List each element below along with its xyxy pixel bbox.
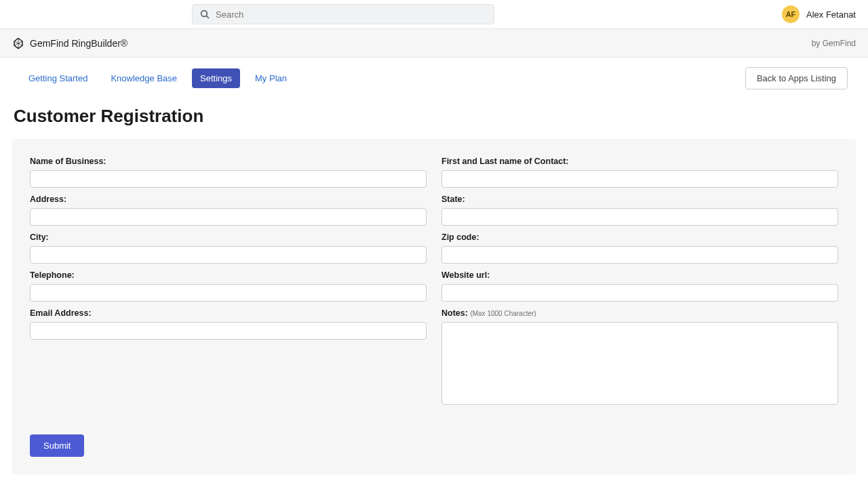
back-to-apps-button[interactable]: Back to Apps Listing (745, 67, 848, 89)
search-icon (199, 9, 210, 20)
search-input[interactable] (216, 9, 487, 20)
form-panel: Name of Business: Address: City: Telepho… (12, 139, 856, 474)
nav-row: Getting Started Knowledge Base Settings … (0, 58, 868, 96)
input-website[interactable] (441, 284, 838, 302)
submit-button[interactable]: Submit (30, 434, 84, 457)
label-city: City: (30, 232, 427, 242)
input-address[interactable] (30, 208, 427, 226)
svg-line-1 (206, 16, 209, 18)
input-email[interactable] (30, 322, 427, 340)
label-business: Name of Business: (30, 157, 427, 166)
label-telephone: Telephone: (30, 270, 427, 280)
tab-knowledge-base[interactable]: Knowledge Base (102, 68, 185, 88)
avatar[interactable]: AF (782, 5, 800, 23)
page-title: Customer Registration (14, 106, 868, 127)
app-logo-icon (12, 37, 24, 49)
top-bar: AF Alex Fetanat (0, 0, 868, 29)
app-bar: GemFind RingBuilder® by GemFind (0, 29, 868, 58)
input-contact[interactable] (441, 170, 838, 188)
tab-settings[interactable]: Settings (192, 68, 240, 88)
user-name: Alex Fetanat (806, 9, 856, 20)
label-address: Address: (30, 195, 427, 204)
label-website: Website url: (441, 270, 838, 280)
label-contact: First and Last name of Contact: (441, 157, 838, 166)
input-zip[interactable] (441, 246, 838, 264)
input-telephone[interactable] (30, 284, 427, 302)
form-right-column: First and Last name of Contact: State: Z… (441, 157, 838, 457)
label-zip: Zip code: (441, 232, 838, 242)
input-notes[interactable] (441, 322, 838, 405)
label-state: State: (441, 195, 838, 204)
search-field[interactable] (192, 4, 494, 24)
app-title: GemFind RingBuilder® (30, 38, 127, 49)
tab-my-plan[interactable]: My Plan (247, 68, 295, 88)
by-text: by GemFind (812, 39, 856, 48)
input-business[interactable] (30, 170, 427, 188)
notes-hint: (Max 1000 Character) (470, 310, 536, 317)
label-email: Email Address: (30, 308, 427, 318)
tab-getting-started[interactable]: Getting Started (20, 68, 96, 88)
label-notes: Notes: (Max 1000 Character) (441, 308, 838, 318)
form-left-column: Name of Business: Address: City: Telepho… (30, 157, 427, 457)
svg-point-0 (201, 11, 208, 17)
input-state[interactable] (441, 208, 838, 226)
input-city[interactable] (30, 246, 427, 264)
